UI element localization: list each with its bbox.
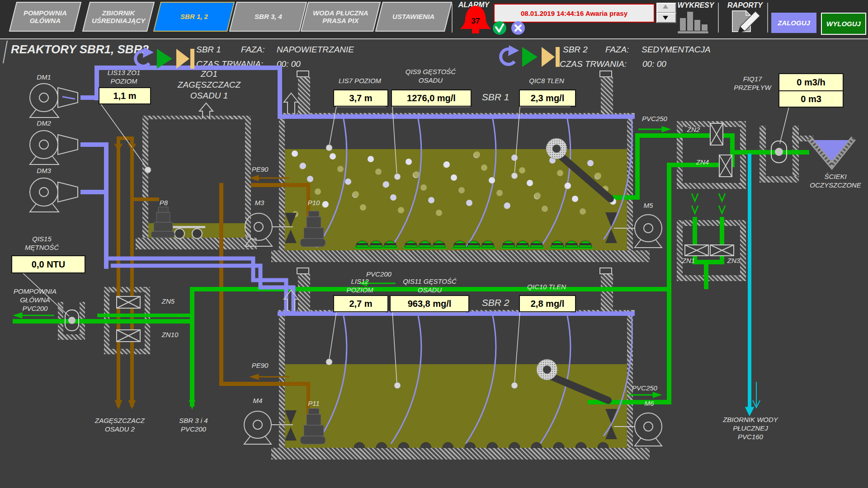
pvc250-sbr2-label: PVC250	[628, 384, 661, 393]
zn4-label: ZN4	[691, 158, 714, 167]
pe90-sbr1-label: PE90	[245, 165, 274, 174]
pump-p8	[151, 207, 175, 238]
zn10-label: ZN10	[156, 331, 184, 339]
qis11-value: 963,8 mg/l	[390, 295, 469, 312]
lis7-value: 3,7 m	[333, 89, 388, 107]
blower-dm2	[30, 131, 78, 164]
valve-zn2	[710, 123, 723, 145]
sbr1-skip-icon[interactable]	[176, 49, 194, 69]
pump-p10	[300, 211, 326, 247]
m3-label: M3	[250, 199, 269, 207]
qic8-value: 2,3 mg/l	[519, 89, 576, 107]
outfall	[809, 138, 854, 165]
zo1-scraper	[170, 226, 205, 239]
motor-m5	[614, 215, 662, 248]
sbr34-label: SBR 3 i 4 PVC200	[171, 417, 216, 434]
pvc250-sbr1-label: PVC250	[638, 115, 671, 123]
valve-zn1	[685, 245, 708, 256]
sbr1-decanter	[546, 138, 610, 199]
qis15-sensor	[65, 310, 79, 331]
p8-label: P8	[154, 199, 174, 207]
fiq17-label: FIQ17 PRZEPŁYW	[729, 75, 776, 92]
pe90-sbr2-label: PE90	[245, 361, 274, 370]
zbiornik-wody-label: ZBIORNIK WODY PŁUCZNEJ PVC160	[712, 416, 789, 441]
valve-zn4	[719, 155, 732, 177]
lis12-value: 2,7 m	[333, 295, 388, 312]
flow-arrows-cyan	[746, 382, 760, 415]
fiq17-total-value: 0 m3	[778, 90, 844, 108]
charts-icon[interactable]	[678, 12, 708, 33]
m5-label: M5	[638, 202, 658, 210]
lis12-label: LIS12 POZIOM	[333, 277, 387, 295]
qis11-label: QIS11 GĘSTOŚĆ OSADU	[388, 277, 472, 295]
arrow-down-icon	[663, 16, 668, 20]
qic10-value: 2,8 mg/l	[519, 295, 576, 312]
pompownia-label: POMPOWNIA GŁÓWNA PVC200	[9, 287, 61, 313]
alarm-bell-icon[interactable]: 37	[460, 6, 491, 33]
qis9-value: 1276,0 mg/l	[391, 89, 472, 107]
zageszczacz2-label: ZAGĘSZCZACZ OSADU 2	[84, 417, 156, 434]
m6-label: M6	[639, 399, 659, 408]
sbr2-tank-label: SBR 2	[475, 297, 516, 309]
qis15-value: 0,0 NTU	[11, 255, 85, 273]
alarm-count: 37	[472, 17, 480, 25]
lis13-value: 1,1 m	[99, 87, 151, 104]
valve-zn5	[117, 296, 140, 308]
qis15-label: QIS15 MĘTNOŚĆ	[16, 235, 68, 252]
dm1-label: DM1	[28, 73, 60, 82]
arrow-up-icon	[663, 5, 668, 9]
sbr1-start-icon[interactable]	[157, 49, 172, 69]
dm3-label: DM3	[28, 167, 60, 175]
pump-p11	[300, 408, 326, 444]
dm2-label: DM2	[28, 119, 60, 128]
zn2-label: ZN2	[682, 126, 705, 134]
blower-dm1	[30, 84, 78, 117]
p11-label: P11	[304, 399, 324, 408]
sbr2-skip-icon[interactable]	[542, 47, 560, 67]
fiq17-sensor	[771, 141, 787, 163]
p10-label: P10	[304, 199, 324, 207]
zn5-label: ZN5	[156, 297, 181, 306]
zn3-label: ZN3	[722, 257, 745, 265]
title-slash	[3, 41, 7, 63]
valve-zn3	[710, 245, 734, 256]
zn1-label: ZN1	[677, 257, 700, 265]
blower-dm3	[30, 178, 78, 212]
lis7-label: LIS7 POZIOM	[331, 77, 388, 85]
m4-label: M4	[248, 397, 268, 405]
sbr2-restart-icon[interactable]	[501, 45, 519, 64]
fiq17-flow-value: 0 m3/h	[778, 73, 844, 91]
lis13-label: LIS13 ZO1 POZIOM	[97, 69, 151, 86]
alarm-dismiss-button[interactable]	[511, 21, 525, 35]
sbr2-start-icon[interactable]	[522, 47, 538, 67]
valve-zn10	[117, 330, 140, 342]
scieki-label: ŚCIEKI OCZYSZCZONE	[804, 173, 867, 190]
zo1-title: ZO1 ZAGĘSZCZACZ OSADU 1	[160, 69, 258, 101]
sbr1-restart-icon[interactable]	[136, 47, 154, 66]
qis9-label: QIS9 GĘSTOŚĆ OSADU	[389, 68, 472, 85]
pvc200-main-label: PVC200	[362, 270, 396, 279]
sbr2-decanter	[537, 359, 608, 400]
scada-screen: POMPOWNIA GŁÓWNA ZBIORNIK UŚREDNIAJĄCY S…	[0, 0, 868, 488]
motor-m6	[614, 413, 662, 446]
qic8-label: QIC8 TLEN	[518, 77, 575, 85]
sbr1-tank-label: SBR 1	[475, 91, 516, 103]
sbr1-diffusers	[354, 241, 593, 249]
alarm-ack-button[interactable]	[493, 21, 506, 35]
qic10-label: QIC10 TLEN	[518, 283, 575, 291]
reports-icon[interactable]	[732, 11, 760, 33]
